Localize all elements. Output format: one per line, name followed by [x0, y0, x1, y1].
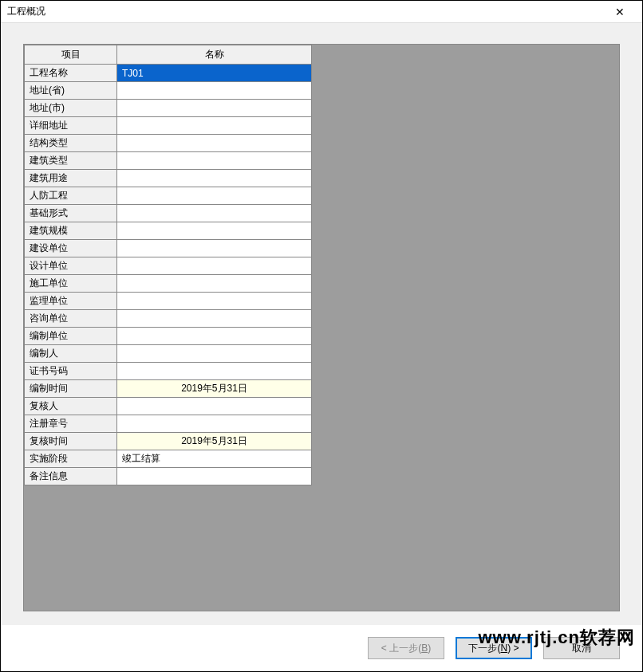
table-row[interactable]: 建设单位 — [25, 240, 312, 257]
table-row[interactable]: 备注信息 — [25, 468, 312, 485]
row-label: 建设单位 — [25, 240, 117, 257]
table-row[interactable]: 基础形式 — [25, 205, 312, 222]
row-value[interactable] — [117, 328, 312, 345]
table-header-row: 项目 名称 — [25, 45, 312, 65]
dialog-window: 工程概况 ✕ 项目 名称 工程名称TJ01地址(省)地址(市)详细地址结构类型建… — [0, 0, 643, 672]
row-label: 复核时间 — [25, 433, 117, 450]
row-label: 设计单位 — [25, 257, 117, 275]
row-value[interactable] — [117, 293, 312, 310]
grid-container: 项目 名称 工程名称TJ01地址(省)地址(市)详细地址结构类型建筑类型建筑用途… — [23, 44, 620, 611]
table-row[interactable]: 编制时间2019年5月31日 — [25, 380, 312, 398]
row-value[interactable] — [117, 205, 312, 222]
row-value[interactable]: TJ01 — [117, 65, 312, 82]
row-value[interactable]: 2019年5月31日 — [117, 380, 312, 398]
table-row[interactable]: 监理单位 — [25, 293, 312, 310]
row-value[interactable] — [117, 240, 312, 257]
back-button: < 上一步(B) — [368, 637, 444, 659]
row-label: 监理单位 — [25, 293, 117, 310]
table-row[interactable]: 人防工程 — [25, 187, 312, 205]
table-row[interactable]: 施工单位 — [25, 275, 312, 293]
row-value[interactable] — [117, 310, 312, 328]
row-value[interactable] — [117, 275, 312, 293]
row-value[interactable]: 竣工结算 — [117, 450, 312, 468]
table-row[interactable]: 结构类型 — [25, 135, 312, 152]
row-value[interactable] — [117, 135, 312, 152]
row-label: 建筑类型 — [25, 152, 117, 170]
row-value[interactable] — [117, 257, 312, 275]
titlebar: 工程概况 ✕ — [1, 1, 642, 23]
row-label: 建筑规模 — [25, 222, 117, 240]
row-value[interactable] — [117, 345, 312, 363]
properties-table: 项目 名称 工程名称TJ01地址(省)地址(市)详细地址结构类型建筑类型建筑用途… — [24, 45, 312, 485]
table-row[interactable]: 注册章号 — [25, 415, 312, 433]
row-label: 咨询单位 — [25, 310, 117, 328]
table-row[interactable]: 详细地址 — [25, 117, 312, 135]
row-label: 注册章号 — [25, 415, 117, 433]
table-row[interactable]: 设计单位 — [25, 257, 312, 275]
row-value[interactable] — [117, 398, 312, 415]
content-area: 项目 名称 工程名称TJ01地址(省)地址(市)详细地址结构类型建筑类型建筑用途… — [1, 23, 642, 625]
row-value[interactable] — [117, 82, 312, 100]
table-row[interactable]: 复核人 — [25, 398, 312, 415]
row-label: 建筑用途 — [25, 170, 117, 187]
row-value[interactable]: 2019年5月31日 — [117, 433, 312, 450]
row-label: 编制人 — [25, 345, 117, 363]
row-label: 基础形式 — [25, 205, 117, 222]
row-value[interactable] — [117, 152, 312, 170]
row-value[interactable] — [117, 222, 312, 240]
row-label: 结构类型 — [25, 135, 117, 152]
table-row[interactable]: 编制人 — [25, 345, 312, 363]
row-label: 备注信息 — [25, 468, 117, 485]
table-row[interactable]: 证书号码 — [25, 363, 312, 380]
row-label: 编制时间 — [25, 380, 117, 398]
row-value[interactable] — [117, 415, 312, 433]
row-value[interactable] — [117, 187, 312, 205]
row-value[interactable] — [117, 363, 312, 380]
table-row[interactable]: 建筑用途 — [25, 170, 312, 187]
header-col1: 项目 — [25, 45, 117, 65]
table-row[interactable]: 地址(省) — [25, 82, 312, 100]
row-label: 地址(省) — [25, 82, 117, 100]
table-row[interactable]: 编制单位 — [25, 328, 312, 345]
row-label: 工程名称 — [25, 65, 117, 82]
row-label: 复核人 — [25, 398, 117, 415]
row-label: 详细地址 — [25, 117, 117, 135]
table-row[interactable]: 建筑类型 — [25, 152, 312, 170]
row-label: 地址(市) — [25, 100, 117, 117]
row-label: 人防工程 — [25, 187, 117, 205]
window-title: 工程概况 — [7, 5, 604, 18]
watermark: www.rjtj.cn软荐网 — [478, 626, 635, 650]
row-label: 实施阶段 — [25, 450, 117, 468]
row-value[interactable] — [117, 170, 312, 187]
table-row[interactable]: 地址(市) — [25, 100, 312, 117]
row-label: 施工单位 — [25, 275, 117, 293]
table-row[interactable]: 实施阶段竣工结算 — [25, 450, 312, 468]
table-row[interactable]: 复核时间2019年5月31日 — [25, 433, 312, 450]
table-row[interactable]: 咨询单位 — [25, 310, 312, 328]
close-icon[interactable]: ✕ — [604, 1, 636, 23]
row-value[interactable] — [117, 100, 312, 117]
row-label: 编制单位 — [25, 328, 117, 345]
row-value[interactable] — [117, 468, 312, 485]
row-value[interactable] — [117, 117, 312, 135]
table-row[interactable]: 工程名称TJ01 — [25, 65, 312, 82]
table-row[interactable]: 建筑规模 — [25, 222, 312, 240]
header-col2: 名称 — [117, 45, 312, 65]
row-label: 证书号码 — [25, 363, 117, 380]
